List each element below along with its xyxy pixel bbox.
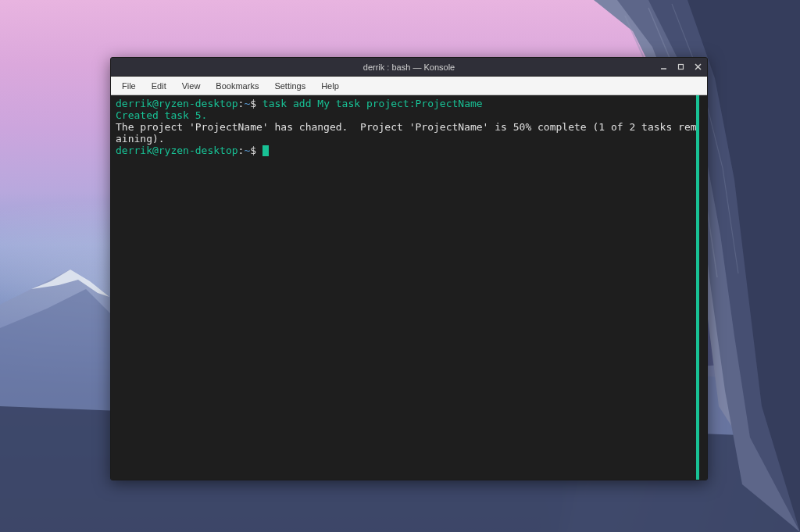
menu-view[interactable]: View — [174, 78, 209, 94]
terminal-line: derrik@ryzen-desktop:~$ task add My task… — [116, 98, 702, 109]
minimize-button[interactable] — [659, 62, 668, 72]
menu-help[interactable]: Help — [313, 78, 347, 94]
output-line: Created task 5. — [116, 109, 702, 121]
output-line: The project 'ProjectName' has changed. P… — [116, 121, 702, 145]
prompt-symbol: $ — [250, 145, 256, 156]
prompt-symbol: $ — [250, 98, 256, 109]
terminal-area[interactable]: derrik@ryzen-desktop:~$ task add My task… — [111, 95, 707, 480]
menu-edit[interactable]: Edit — [144, 78, 174, 94]
window-title: derrik : bash — Konsole — [363, 62, 455, 72]
menu-file[interactable]: File — [114, 78, 144, 94]
window-controls — [659, 58, 702, 76]
prompt-user-host: derrik@ryzen-desktop — [116, 145, 238, 156]
menu-settings[interactable]: Settings — [266, 78, 313, 94]
maximize-button[interactable] — [676, 62, 685, 72]
terminal-line: derrik@ryzen-desktop:~$ — [116, 145, 702, 156]
menubar: File Edit View Bookmarks Settings Help — [111, 77, 707, 95]
menu-bookmarks[interactable]: Bookmarks — [208, 78, 266, 94]
cursor — [262, 145, 269, 156]
close-button[interactable] — [693, 62, 702, 72]
konsole-window: derrik : bash — Konsole File Edit View B… — [110, 57, 708, 480]
svg-rect-1 — [678, 65, 683, 70]
prompt-user-host: derrik@ryzen-desktop — [116, 98, 238, 109]
titlebar[interactable]: derrik : bash — Konsole — [111, 58, 707, 77]
command-text: task add My task project:ProjectName — [256, 98, 483, 109]
